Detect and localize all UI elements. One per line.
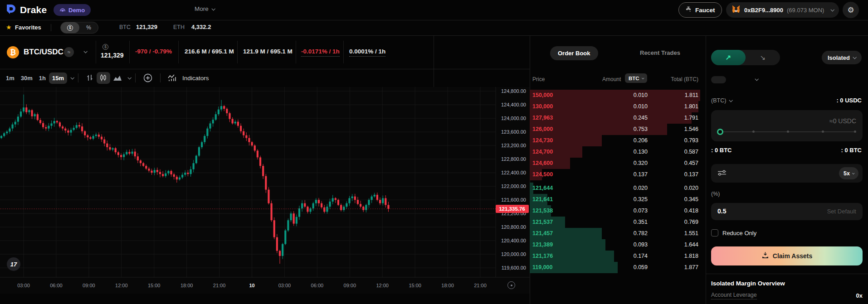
candlestick-chart[interactable]: 03:0006:0009:0012:0015:0018:0021:001003:… (0, 87, 530, 294)
orderbook-ask-row[interactable]: 124,6000.3200.457 (530, 158, 706, 169)
market-chart-icon: ≈ (64, 47, 74, 57)
bid-total: 1.551 (684, 230, 698, 236)
chevron-down-icon[interactable] (83, 49, 87, 53)
trend-down-icon: ↘ (760, 53, 766, 62)
bid-total: 0.345 (684, 196, 698, 203)
orderbook-bid-row[interactable]: 121,6410.3250.345 (530, 194, 706, 205)
orderbook-ask-row[interactable]: 126,0000.7531.546 (530, 124, 706, 135)
funding-rate[interactable]: -0.0171% / 1h (301, 48, 340, 57)
divider (135, 73, 136, 82)
interval-1m[interactable]: 1m (3, 72, 18, 84)
faucet-icon (685, 6, 692, 14)
orderbook-ask-row[interactable]: 124,7000.1300.587 (530, 146, 706, 158)
pair-name[interactable]: BTC/USDC (24, 48, 63, 57)
ticker-value: 4,332.2 (191, 24, 211, 30)
svg-text:124,800.00: 124,800.00 (501, 88, 526, 94)
demo-badge[interactable]: Demo (54, 4, 91, 16)
leverage-dropdown[interactable]: 5x (839, 167, 858, 179)
ohlc-bars-icon[interactable] (83, 72, 97, 84)
interval-30m[interactable]: 30m (18, 72, 36, 84)
indicators-icon[interactable] (165, 72, 180, 83)
price-chart[interactable]: 03:0006:0009:0012:0015:0018:0021:001003:… (0, 87, 530, 294)
orderbook-bid-row[interactable]: 121,4570.7821.551 (530, 228, 706, 239)
pair-header: ₿ BTC/USDC ≈ $ 121,329 -970 / -0.79% 216… (0, 35, 530, 69)
drake-logo[interactable]: Drake (5, 4, 47, 16)
slider-dot[interactable] (822, 130, 824, 133)
slippage-input[interactable]: 0.5 Set Default (711, 203, 863, 220)
dollar-icon: $ (67, 25, 73, 31)
slider-dot[interactable] (854, 130, 856, 133)
account-leverage-label[interactable]: Account Leverage (711, 292, 757, 299)
asks-list: 150,0000.0101.811130,0000.0101.801127,96… (530, 90, 706, 180)
chevron-down-icon[interactable] (70, 76, 74, 79)
settings-button[interactable]: ⚙ (843, 2, 859, 18)
divider (178, 41, 179, 63)
orderbook-bid-row[interactable]: 121,5380.0730.418 (530, 205, 706, 217)
orderbook-bid-row[interactable]: 119,0000.0591.877 (530, 262, 706, 273)
unit-toggle-dollar[interactable]: $ (61, 22, 79, 33)
unit-toggle-percent[interactable]: % (79, 22, 98, 33)
tab-order-book[interactable]: Order Book (550, 46, 598, 60)
slider-handle[interactable] (717, 129, 723, 135)
more-label: More (195, 5, 209, 12)
orderbook-ask-row[interactable]: 124,5000.1370.137 (530, 169, 706, 180)
orderbook-ask-row[interactable]: 124,7300.2060.793 (530, 135, 706, 146)
tab-recent-trades[interactable]: Recent Trades (640, 49, 680, 56)
size-slider[interactable] (717, 129, 856, 135)
chevron-down-icon[interactable] (755, 77, 758, 81)
amount-unit-dropdown[interactable]: BTC (625, 73, 647, 83)
buy-long-button[interactable]: ↗ (711, 50, 746, 65)
svg-text:123,200.00: 123,200.00 (501, 143, 526, 148)
orderbook-bid-row[interactable]: 121,5370.3510.769 (530, 217, 706, 228)
orderbook-bid-row[interactable]: 121,3890.0931.644 (530, 239, 706, 251)
slider-dot[interactable] (787, 130, 789, 133)
available-balance: : 0 USDC (836, 97, 862, 104)
orderbook-ask-row[interactable]: 127,9630.2451.791 (530, 112, 706, 124)
more-menu[interactable]: More (195, 5, 215, 12)
timezone-target-icon[interactable] (507, 281, 515, 289)
indicators-label[interactable]: Indicators (182, 75, 209, 82)
orderbook-bid-row[interactable]: 121,1760.1741.818 (530, 251, 706, 262)
brand-name: Drake (20, 5, 47, 15)
order-type-dropdown[interactable] (711, 76, 726, 83)
favorites-label: Favorites (15, 24, 41, 31)
set-default-button[interactable]: Set Default (827, 208, 856, 215)
ask-price: 124,700 (532, 149, 553, 155)
svg-text:06:00: 06:00 (50, 283, 63, 288)
interval-1h[interactable]: 1h (36, 72, 49, 84)
funding-rate-alt[interactable]: 0.0001% / 1h (349, 48, 385, 57)
tradingview-logo[interactable]: 17 (7, 257, 20, 271)
size-input[interactable]: ≈0 USDC (711, 110, 863, 141)
ticker-symbol[interactable]: ETH (173, 24, 185, 30)
bids-list: 121,6440.0200.020121,6410.3250.345121,53… (530, 183, 706, 273)
sell-short-button[interactable]: ↘ (746, 50, 780, 65)
account-leverage-value: 0x (856, 292, 863, 299)
ask-total: 1.811 (685, 92, 698, 98)
chart-toolbar: 1m 30m 1h 15m Indicators (0, 69, 530, 87)
svg-text:15:00: 15:00 (148, 283, 161, 288)
svg-text:120,000.00: 120,000.00 (501, 251, 526, 257)
asset-selector[interactable]: (BTC) (711, 97, 732, 104)
chevron-down-icon[interactable] (127, 76, 131, 79)
orderbook-ask-row[interactable]: 130,0000.0101.801 (530, 101, 706, 112)
slider-dot[interactable] (752, 130, 755, 133)
faucet-button[interactable]: Faucet (678, 2, 722, 18)
candles-icon[interactable] (97, 72, 110, 84)
divider (129, 41, 130, 63)
svg-text:03:00: 03:00 (278, 283, 291, 288)
reduce-only-checkbox[interactable] (711, 229, 718, 236)
interval-15m[interactable]: 15m (49, 72, 67, 84)
compare-plus-icon[interactable] (140, 71, 156, 85)
area-chart-icon[interactable] (110, 73, 125, 83)
open-interest: 121.9 M / 695.1 M (243, 48, 293, 55)
orderbook-bid-row[interactable]: 121,6440.0200.020 (530, 183, 706, 194)
ask-amount: 0.130 (634, 149, 648, 155)
trade-panel: ↗ ↘ Isolated (BTC) : 0 USDC ≈0 USDC : 0 … (706, 35, 868, 304)
wallet-button[interactable]: 0xB2F9...8900 (69.073 MON) (726, 2, 839, 18)
svg-text:122,000.00: 122,000.00 (501, 183, 526, 189)
margin-mode-dropdown[interactable]: Isolated (822, 51, 862, 64)
ticker-symbol[interactable]: BTC (119, 24, 131, 30)
orderbook-ask-row[interactable]: 150,0000.0101.811 (530, 90, 706, 101)
claim-assets-button[interactable]: Claim Assets (711, 246, 863, 265)
bid-amount: 0.059 (634, 264, 648, 270)
